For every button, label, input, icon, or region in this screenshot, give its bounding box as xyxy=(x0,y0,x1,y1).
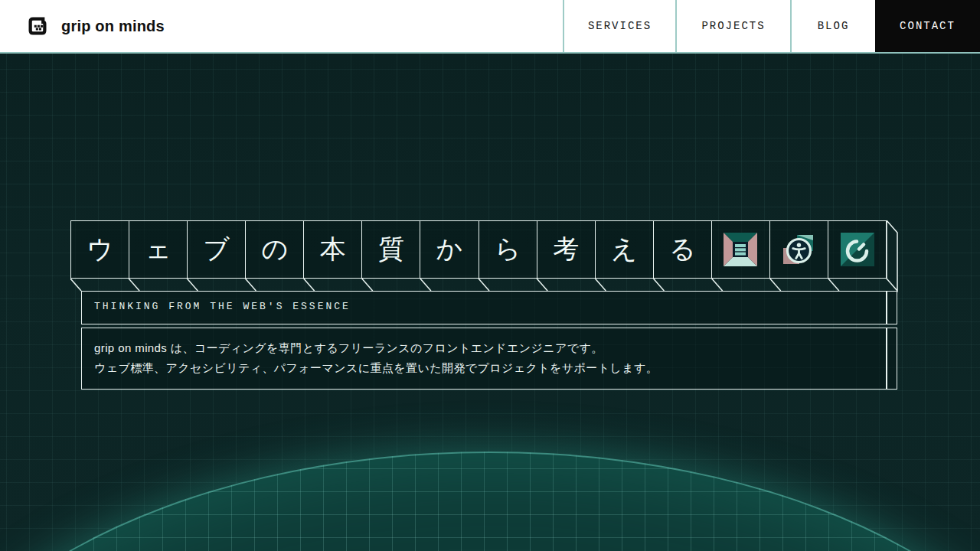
headline-tile xyxy=(712,221,770,278)
hero-description-line-1: grip on minds は、コーディングを専門とするフリーランスのフロントエ… xyxy=(94,338,874,358)
headline-char: ウ xyxy=(87,232,113,267)
site-header: grip on minds SERVICES PROJECTS BLOG CON… xyxy=(0,0,980,54)
headline-tile xyxy=(770,221,828,278)
nav-item-services[interactable]: SERVICES xyxy=(563,0,675,52)
headline-char: え xyxy=(611,232,638,267)
performance-gauge-icon xyxy=(840,232,875,267)
nav-item-projects[interactable]: PROJECTS xyxy=(675,0,790,52)
headline-char: の xyxy=(261,232,288,267)
headline-tile: 質 xyxy=(362,221,420,278)
headline-char: 質 xyxy=(378,232,404,267)
headline-tile: る xyxy=(654,221,712,278)
hero-description-line-2: ウェブ標準、アクセシビリティ、パフォーマンスに重点を置いた開発でプロジェクトをサ… xyxy=(94,358,874,378)
headline-tile-row: ウ ェ ブ の 本 質 か ら 考 え る xyxy=(70,220,887,279)
grip-on-minds-logo-icon xyxy=(24,13,51,39)
headline-char: ェ xyxy=(145,232,172,267)
headline-tile: ウ xyxy=(71,221,129,278)
headline-tile: 本 xyxy=(304,221,362,278)
headline-tile: ェ xyxy=(129,221,188,278)
headline-tile: ら xyxy=(479,221,537,278)
main-nav: SERVICES PROJECTS BLOG CONTACT xyxy=(563,0,980,52)
nav-item-blog[interactable]: BLOG xyxy=(790,0,875,52)
headline-char: か xyxy=(436,232,463,267)
hero-subtitle: THINKING FROM THE WEB'S ESSENCE xyxy=(82,292,897,322)
structure-frame-icon xyxy=(723,232,758,267)
subtitle-panel: THINKING FROM THE WEB'S ESSENCE xyxy=(81,291,897,324)
brand-logo[interactable]: grip on minds xyxy=(0,0,165,52)
headline-char: ブ xyxy=(203,232,230,267)
headline-tile: か xyxy=(420,221,479,278)
headline-char: 本 xyxy=(320,232,346,267)
description-panel: grip on minds は、コーディングを専門とするフリーランスのフロントエ… xyxy=(81,328,897,390)
nav-item-contact[interactable]: CONTACT xyxy=(875,0,980,52)
accessibility-icon xyxy=(781,232,816,267)
headline-char: ら xyxy=(495,232,521,267)
headline-char: る xyxy=(669,232,696,267)
headline-tile: ブ xyxy=(188,221,246,278)
brand-name: grip on minds xyxy=(61,18,165,35)
headline-tile xyxy=(828,221,886,278)
headline-char: 考 xyxy=(553,232,579,267)
hero-section: ウ ェ ブ の 本 質 か ら 考 え る xyxy=(0,54,980,551)
headline-tile: の xyxy=(246,221,304,278)
headline-tile: 考 xyxy=(537,221,596,278)
headline-tile: え xyxy=(596,221,654,278)
